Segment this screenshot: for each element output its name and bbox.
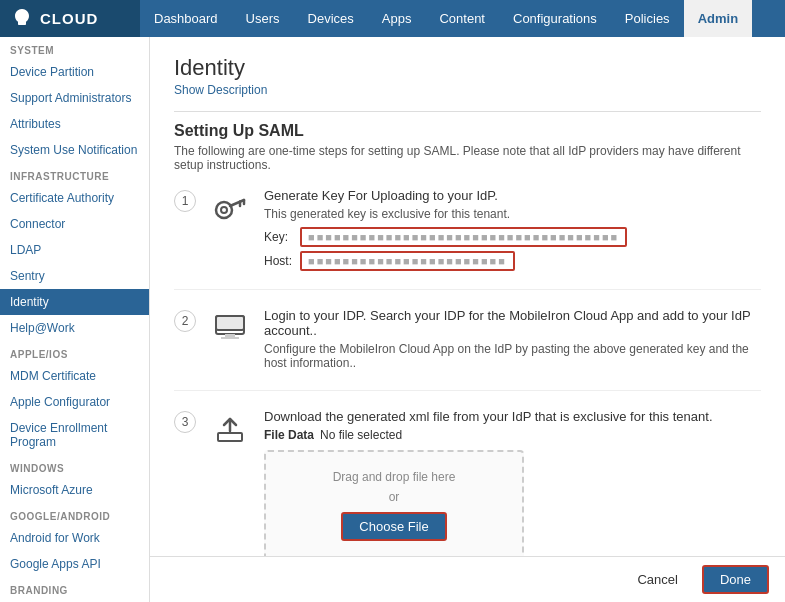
nav-users[interactable]: Users [232,0,294,37]
host-value[interactable]: ■■■■■■■■■■■■■■■■■■■■■■■ [300,251,515,271]
sidebar-item-device-partition[interactable]: Device Partition [0,59,149,85]
step-1-number: 1 [174,190,196,212]
logo-icon [10,7,34,31]
drop-zone[interactable]: Drag and drop file here or Choose File [264,450,524,561]
sidebar-item-support-administrators[interactable]: Support Administrators [0,85,149,111]
svg-point-1 [216,202,232,218]
step-1-content: Generate Key For Uploading to your IdP. … [264,188,761,275]
step-2-title: Login to your IDP. Search your IDP for t… [264,308,761,338]
nav-policies[interactable]: Policies [611,0,684,37]
sidebar-item-identity[interactable]: Identity [0,289,149,315]
sidebar-item-system-notification[interactable]: System Use Notification [0,137,149,163]
key-label: Key: [264,230,296,244]
section-title: Setting Up SAML [174,122,761,140]
show-description-link[interactable]: Show Description [174,83,761,97]
step-2-icon [210,310,250,346]
svg-rect-9 [221,337,239,339]
sidebar-item-certificate-authority[interactable]: Certificate Authority [0,185,149,211]
sidebar-section-infrastructure: INFRASTRUCTURE [0,163,149,185]
page-title: Identity [174,55,761,81]
top-navigation: CLOUD Dashboard Users Devices Apps Conte… [0,0,785,37]
nav-items: Dashboard Users Devices Apps Content Con… [140,0,785,37]
step-1-subtitle: This generated key is exclusive for this… [264,207,761,221]
monitor-icon [212,310,248,346]
step-1-title: Generate Key For Uploading to your IdP. [264,188,761,203]
step-2-subtitle: Configure the MobileIron Cloud App on th… [264,342,761,370]
upload-icon [212,411,248,447]
svg-point-0 [17,9,27,16]
bottom-bar: Cancel Done [150,556,785,602]
nav-apps[interactable]: Apps [368,0,426,37]
content-area: Identity Show Description Setting Up SAM… [150,37,785,602]
sidebar-item-connector[interactable]: Connector [0,211,149,237]
sidebar: SYSTEM Device Partition Support Administ… [0,37,150,602]
file-data-label: File Data [264,428,314,442]
svg-rect-8 [225,334,235,337]
key-field-row: Key: ■■■■■■■■■■■■■■■■■■■■■■■■■■■■■■■■■■■… [264,227,761,247]
nav-configurations[interactable]: Configurations [499,0,611,37]
sidebar-item-ldap[interactable]: LDAP [0,237,149,263]
nav-content[interactable]: Content [425,0,499,37]
sidebar-section-system: SYSTEM [0,37,149,59]
drop-zone-or: or [276,490,512,504]
sidebar-item-mdm-certificate[interactable]: MDM Certificate [0,363,149,389]
section-description: The following are one-time steps for set… [174,144,761,172]
nav-dashboard[interactable]: Dashboard [140,0,232,37]
step-2-content: Login to your IDP. Search your IDP for t… [264,308,761,376]
file-data-row: File Data No file selected [264,428,761,442]
sidebar-item-apple-configurator[interactable]: Apple Configurator [0,389,149,415]
sidebar-item-google-apps[interactable]: Google Apps API [0,551,149,577]
sidebar-section-apple: APPLE/IOS [0,341,149,363]
cancel-button[interactable]: Cancel [623,567,691,592]
sidebar-item-android-work[interactable]: Android for Work [0,525,149,551]
sidebar-item-attributes[interactable]: Attributes [0,111,149,137]
step-2-row: 2 Login to your IDP. Search your IDP for… [174,308,761,391]
sidebar-item-helpatwork[interactable]: Help@Work [0,315,149,341]
svg-point-2 [221,207,227,213]
svg-rect-10 [218,433,242,441]
sidebar-section-branding: BRANDING [0,577,149,599]
key-value[interactable]: ■■■■■■■■■■■■■■■■■■■■■■■■■■■■■■■■■■■■ [300,227,627,247]
sidebar-item-microsoft-azure[interactable]: Microsoft Azure [0,477,149,503]
key-icon [212,190,248,226]
done-button[interactable]: Done [702,565,769,594]
choose-file-button[interactable]: Choose File [341,512,446,541]
sidebar-item-device-enrollment[interactable]: Device Enrollment Program [0,415,149,455]
nav-admin[interactable]: Admin [684,0,752,37]
host-label: Host: [264,254,296,268]
host-field-row: Host: ■■■■■■■■■■■■■■■■■■■■■■■ [264,251,761,271]
sidebar-section-google: GOOGLE/ANDROID [0,503,149,525]
step-3-number: 3 [174,411,196,433]
logo-text: CLOUD [40,10,98,27]
step-3-title: Download the generated xml file from you… [264,409,761,424]
sidebar-section-windows: WINDOWS [0,455,149,477]
main-layout: SYSTEM Device Partition Support Administ… [0,37,785,602]
step-1-row: 1 Generate Key For Uploading to your IdP… [174,188,761,290]
logo-area: CLOUD [0,0,140,37]
step-3-content: Download the generated xml file from you… [264,409,761,579]
drop-zone-text: Drag and drop file here [276,470,512,484]
file-data-value: No file selected [320,428,402,442]
svg-rect-7 [216,316,244,330]
step-1-icon [210,190,250,226]
sidebar-item-sentry[interactable]: Sentry [0,263,149,289]
step-3-icon [210,411,250,447]
svg-line-3 [230,200,244,206]
section-divider [174,111,761,112]
nav-devices[interactable]: Devices [294,0,368,37]
step-2-number: 2 [174,310,196,332]
